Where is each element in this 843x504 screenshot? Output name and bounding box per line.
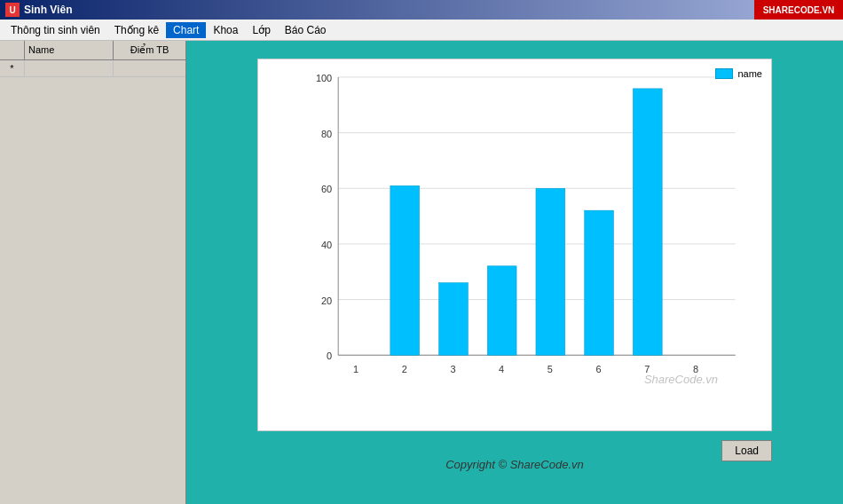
- menu-item-khoa[interactable]: Khoa: [206, 22, 245, 38]
- title-bar-text: Sinh Viên: [24, 4, 792, 16]
- svg-text:80: 80: [321, 129, 332, 139]
- svg-rect-23: [439, 283, 469, 356]
- app-icon: U: [5, 3, 20, 17]
- footer-text: Copyright © ShareCode.vn: [445, 458, 584, 471]
- left-panel: Name Điểm TB *: [0, 41, 186, 504]
- svg-text:0: 0: [327, 350, 332, 361]
- table-cell-name: [25, 60, 114, 76]
- chart-area: name ShareCode.vn 0 20 40: [186, 41, 843, 504]
- table-header: Name Điểm TB: [0, 41, 185, 60]
- chart-svg: 0 20 40 60 80 100 1 2 3 4 5 6 7 8: [303, 68, 753, 395]
- chart-watermark: ShareCode.vn: [644, 373, 718, 386]
- svg-text:3: 3: [450, 364, 455, 374]
- legend-label: name: [737, 68, 762, 79]
- svg-rect-25: [536, 188, 565, 355]
- legend-color-box: [715, 68, 733, 79]
- footer: Copyright © ShareCode.vn: [445, 458, 584, 471]
- svg-text:100: 100: [316, 73, 332, 83]
- load-button[interactable]: Load: [721, 440, 772, 461]
- svg-rect-26: [585, 210, 614, 355]
- menu-item-lop[interactable]: Lớp: [245, 22, 277, 38]
- table-cell-star: *: [0, 60, 25, 76]
- table-cell-diem: [114, 60, 185, 76]
- svg-text:2: 2: [402, 364, 407, 374]
- chart-legend: name: [715, 68, 762, 79]
- menu-item-thongtin[interactable]: Thông tin sinh viên: [4, 22, 107, 38]
- logo-area: SHARECODE.VN: [754, 0, 843, 20]
- col-diem-header: Điểm TB: [114, 41, 185, 59]
- svg-text:6: 6: [596, 364, 602, 374]
- logo-text: SHARECODE.VN: [763, 5, 835, 15]
- svg-text:60: 60: [321, 184, 332, 194]
- svg-text:1: 1: [353, 364, 358, 374]
- svg-rect-27: [633, 89, 662, 355]
- col-star: [0, 41, 25, 59]
- menu-item-baocao[interactable]: Báo Cáo: [278, 22, 334, 38]
- menu-item-chart[interactable]: Chart: [166, 22, 206, 38]
- table-row: *: [0, 60, 185, 77]
- svg-text:5: 5: [548, 364, 553, 374]
- svg-rect-22: [390, 185, 420, 355]
- svg-rect-24: [487, 266, 516, 355]
- chart-container: name ShareCode.vn 0 20 40: [257, 59, 772, 431]
- col-name-header: Name: [25, 41, 114, 59]
- main-content: Name Điểm TB * name ShareCode.vn: [0, 41, 843, 504]
- svg-text:20: 20: [321, 295, 332, 306]
- menu-bar: Thông tin sinh viên Thống kê Chart Khoa …: [0, 20, 843, 41]
- menu-item-thongke[interactable]: Thống kê: [107, 22, 166, 38]
- svg-text:40: 40: [321, 240, 332, 250]
- svg-text:4: 4: [499, 364, 504, 374]
- title-bar: U Sinh Viên _ □ ✕: [0, 0, 843, 20]
